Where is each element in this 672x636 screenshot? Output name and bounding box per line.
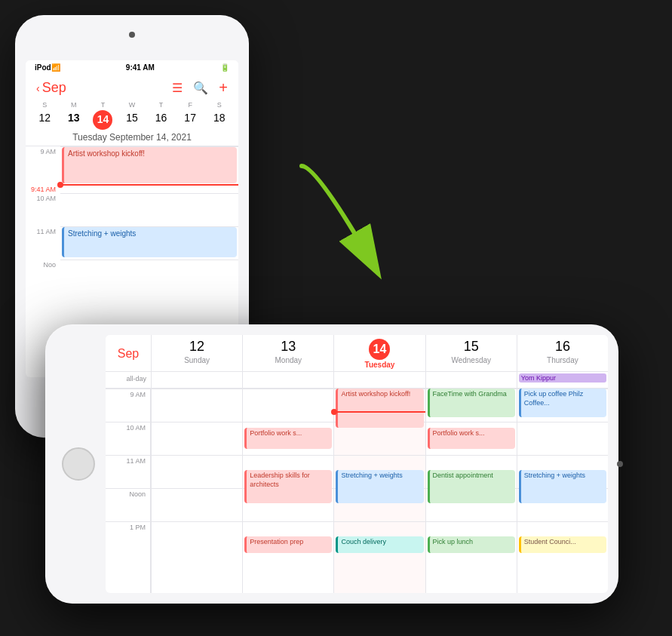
side-home-button[interactable] (62, 447, 95, 481)
list-icon[interactable]: ☰ (172, 81, 183, 95)
arrow-container (287, 151, 437, 317)
tue-day-name: Tuesday (336, 361, 423, 369)
week-nums-row: 12 13 14 15 16 17 18 (26, 110, 238, 130)
time-line-11am: Stretching + weights (60, 226, 238, 227)
mon-col: Portfolio work s... Leadership skills fo… (242, 389, 333, 593)
time-line-10am (60, 193, 238, 194)
allday-row: all-day Yom Kippur (106, 372, 608, 389)
sun-noon-line (152, 488, 242, 521)
time-row-9am: 9 AM Artist workshop kickoff! (26, 146, 238, 184)
time-line-noon (60, 260, 238, 260)
camera-dot (129, 32, 135, 38)
allday-wed (425, 372, 517, 388)
allday-tue (333, 372, 425, 388)
mon-leadership-event[interactable]: Leadership skills for architects (244, 470, 332, 503)
sun-col (151, 389, 242, 593)
thu-student-event[interactable]: Student Counci... (519, 536, 606, 553)
time-label-10am: 10 AM (26, 193, 60, 202)
mon-day-name: Monday (244, 356, 332, 364)
date-subtitle: Tuesday September 14, 2021 (26, 130, 238, 146)
tue-date-num: 14 (369, 339, 390, 360)
sun-date-num: 12 (153, 339, 241, 355)
col-sun-header[interactable]: 12 Sunday (151, 335, 242, 371)
tue-col: Artist workshop kickoff! Stretching + we… (333, 389, 425, 593)
day-num-15[interactable]: 15 (118, 110, 147, 130)
back-chevron: ‹ (36, 82, 40, 94)
day-num-17[interactable]: 17 (176, 110, 205, 130)
col-mon-header[interactable]: 13 Monday (242, 335, 333, 371)
horizontal-screen: Sep 12 Sunday 13 Monday 14 (106, 335, 608, 593)
current-time-label: 9:41 AM (26, 184, 60, 193)
time-label-noon: Noo (26, 260, 60, 269)
wed-dentist-event[interactable]: Dentist appointment (428, 470, 515, 503)
day-m: M (60, 100, 89, 110)
wed-pickup-event[interactable]: Pick up lunch (428, 536, 515, 553)
wed-col: FaceTime with Grandma Portfolio work s..… (425, 389, 517, 593)
ipod-label: iPod (35, 63, 51, 72)
current-time-row: 9:41 AM (26, 184, 238, 193)
sep-label: Sep (118, 347, 139, 361)
current-time-line-container (60, 184, 238, 186)
day-s1: S (30, 100, 60, 110)
camera-h (617, 461, 623, 467)
header-icons: ☰ 🔍 + (172, 79, 228, 97)
col-wed-header[interactable]: 15 Wednesday (425, 335, 517, 371)
thu-date-num: 16 (519, 339, 606, 355)
time-line-9am: Artist workshop kickoff! (60, 146, 238, 184)
battery-icon: 🔋 (220, 63, 229, 72)
direction-arrow (287, 151, 437, 317)
sun-day-name: Sunday (153, 356, 241, 364)
time-row-10am: 10 AM (26, 193, 238, 226)
mon-date-num: 13 (244, 339, 332, 355)
time-noon: Noon (106, 488, 150, 521)
mon-presentation-event[interactable]: Presentation prep (244, 536, 332, 553)
current-time-dot (57, 182, 63, 188)
allday-mon (242, 372, 333, 388)
add-icon[interactable]: + (219, 79, 228, 97)
allday-label: all-day (106, 372, 151, 388)
mon-portfolio-event[interactable]: Portfolio work s... (244, 428, 332, 449)
artist-workshop-event[interactable]: Artist workshop kickoff! (62, 147, 237, 183)
col-tue-header[interactable]: 14 Tuesday (333, 335, 425, 371)
time-1pm: 1 PM (106, 521, 150, 555)
sun-1pm-line (152, 521, 242, 555)
tue-current-time (334, 411, 425, 413)
sep-col-header: Sep (106, 335, 151, 371)
thu-coffee-event[interactable]: Pick up coffee Philz Coffee... (519, 389, 606, 417)
wed-date-num: 15 (428, 339, 515, 355)
sun-9am-line (152, 389, 242, 422)
stretching-weights-event[interactable]: Stretching + weights (62, 227, 237, 257)
allday-sun (151, 372, 242, 388)
month-back-btn[interactable]: ‹ Sep (36, 80, 66, 96)
sun-10am-line (152, 422, 242, 455)
day-num-14[interactable]: 14 (88, 110, 118, 130)
day-num-16[interactable]: 16 (146, 110, 176, 130)
tue-date-wrap: 14 (336, 339, 423, 360)
day-s2: S (204, 100, 234, 110)
day-t1: T (88, 100, 118, 110)
day-num-18[interactable]: 18 (204, 110, 234, 130)
sun-11am-line (152, 455, 242, 488)
thu-day-name: Thursday (519, 356, 606, 364)
tue-stretching-event[interactable]: Stretching + weights (336, 470, 423, 503)
tue-couch-event[interactable]: Couch delivery (336, 536, 423, 553)
status-time: 9:41 AM (60, 63, 220, 72)
day-num-13[interactable]: 13 (60, 110, 89, 130)
time-9am: 9 AM (106, 389, 150, 422)
thu-stretching-event[interactable]: Stretching + weights (519, 470, 606, 503)
tue-artist-event[interactable]: Artist workshop kickoff! (336, 389, 423, 428)
time-11am: 11 AM (106, 455, 150, 488)
time-label-9am: 9 AM (26, 146, 60, 155)
search-icon[interactable]: 🔍 (193, 81, 208, 95)
week-calendar: Sep 12 Sunday 13 Monday 14 (106, 335, 608, 593)
month-label: Sep (42, 80, 66, 96)
time-10am: 10 AM (106, 422, 150, 455)
day-num-12[interactable]: 12 (30, 110, 60, 130)
week-days-row: S M T W T F S (26, 100, 238, 110)
time-row-noon: Noo (26, 260, 238, 293)
wed-facetime-event[interactable]: FaceTime with Grandma (428, 389, 515, 417)
day-f: F (176, 100, 205, 110)
yom-kippur-event[interactable]: Yom Kippur (519, 373, 606, 383)
wed-portfolio-event[interactable]: Portfolio work s... (428, 428, 515, 449)
col-thu-header[interactable]: 16 Thursday (517, 335, 608, 371)
